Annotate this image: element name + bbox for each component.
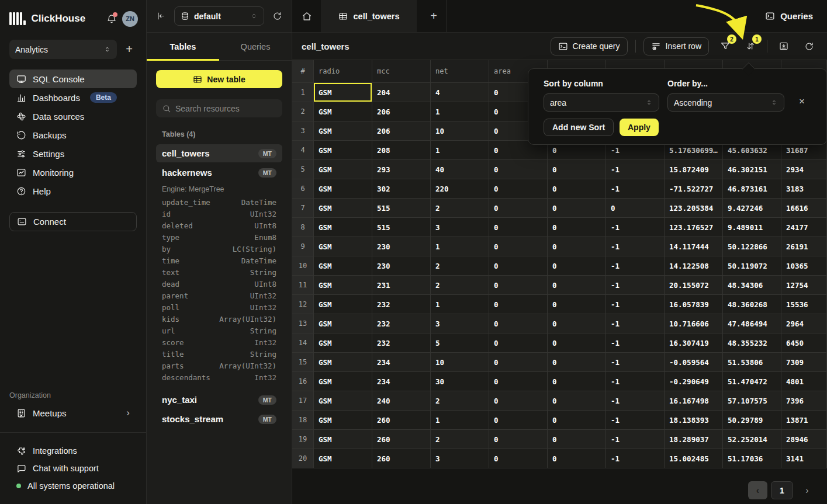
download-button[interactable] — [775, 37, 793, 55]
table-cell[interactable]: 40 — [431, 160, 489, 179]
sidebar-item-backups[interactable]: Backups — [9, 126, 137, 144]
database-select[interactable]: default — [174, 6, 264, 26]
table-cell[interactable]: GSM — [314, 237, 372, 256]
avatar[interactable]: ZN — [122, 11, 138, 27]
table-cell[interactable]: -71.522727 — [665, 179, 723, 199]
table-cell[interactable]: 50.122866 — [723, 237, 781, 256]
table-cell[interactable]: 232 — [372, 295, 431, 314]
table-cell[interactable]: -1 — [606, 411, 665, 430]
table-cell[interactable]: 0 — [548, 314, 606, 333]
refresh-icon[interactable] — [272, 11, 282, 21]
table-cell[interactable]: 0 — [548, 449, 606, 468]
apply-button[interactable]: Apply — [620, 119, 659, 136]
table-cell[interactable]: 0 — [489, 160, 548, 179]
table-cell[interactable]: 10.716606 — [665, 314, 723, 333]
table-cell[interactable]: -1 — [606, 449, 665, 468]
sidebar-item-meetups[interactable]: Meetups › — [9, 404, 137, 422]
table-cell[interactable]: 0 — [548, 430, 606, 449]
table-cell[interactable]: 51.17036 — [723, 449, 781, 468]
table-item-hackernews[interactable]: hackernewsMT — [156, 164, 282, 182]
table-cell[interactable]: 16616 — [781, 199, 827, 218]
table-cell[interactable]: 0 — [548, 353, 606, 372]
table-cell[interactable]: GSM — [314, 449, 372, 468]
table-cell[interactable]: 0 — [489, 199, 548, 218]
pagination-prev-button[interactable]: ‹ — [748, 481, 767, 499]
table-cell[interactable]: 0 — [489, 449, 548, 468]
table-cell[interactable]: 1 — [431, 411, 489, 430]
sidebar-item-data-sources[interactable]: Data sources — [9, 107, 137, 126]
table-cell[interactable]: -1 — [606, 218, 665, 237]
table-cell[interactable]: 0 — [548, 218, 606, 237]
table-cell[interactable]: 240 — [372, 391, 431, 411]
table-cell[interactable]: 9.489011 — [723, 218, 781, 237]
table-cell[interactable]: 208 — [372, 141, 431, 160]
table-cell[interactable]: 0 — [548, 295, 606, 314]
table-cell[interactable]: 0 — [489, 237, 548, 256]
new-tab-button[interactable]: + — [417, 0, 451, 32]
table-cell[interactable]: 0 — [489, 314, 548, 333]
table-cell[interactable]: -1 — [606, 430, 665, 449]
sidebar-item-monitoring[interactable]: Monitoring — [9, 163, 137, 182]
table-cell[interactable]: 51.53806 — [723, 353, 781, 372]
notifications-bell-icon[interactable] — [106, 13, 117, 24]
sidebar-item-help[interactable]: Help — [9, 182, 137, 200]
table-cell[interactable]: 220 — [431, 179, 489, 199]
table-item-cell_towers[interactable]: cell_towersMT — [156, 144, 282, 162]
table-cell[interactable]: 30 — [431, 372, 489, 391]
table-cell[interactable]: 13871 — [781, 411, 827, 430]
table-cell[interactable]: 204 — [372, 83, 431, 102]
add-workspace-button[interactable]: + — [122, 43, 137, 56]
table-cell[interactable]: 0 — [548, 199, 606, 218]
table-cell[interactable]: 2 — [431, 256, 489, 276]
table-cell[interactable]: 2 — [431, 199, 489, 218]
table-cell[interactable]: GSM — [314, 276, 372, 295]
table-cell[interactable]: 7396 — [781, 391, 827, 411]
sidebar-item-dashboards[interactable]: DashboardsBeta — [9, 88, 137, 107]
table-cell[interactable]: 0 — [489, 218, 548, 237]
filter-button[interactable]: 2 — [717, 37, 734, 55]
table-cell[interactable]: 0 — [489, 411, 548, 430]
table-cell[interactable]: 3141 — [781, 449, 827, 468]
table-cell[interactable]: 123.176527 — [665, 218, 723, 237]
table-cell[interactable]: GSM — [314, 295, 372, 314]
table-cell[interactable]: 3 — [431, 314, 489, 333]
sidebar-item-all-systems-operational[interactable]: All systems operational — [9, 477, 137, 495]
table-cell[interactable]: -1 — [606, 276, 665, 295]
column-header-mcc[interactable]: mcc — [372, 60, 431, 83]
table-cell[interactable]: 2 — [431, 430, 489, 449]
table-cell[interactable]: 0 — [489, 430, 548, 449]
sidebar-item-settings[interactable]: Settings — [9, 144, 137, 163]
table-cell[interactable]: 57.107575 — [723, 391, 781, 411]
refresh-button[interactable] — [800, 37, 818, 55]
table-cell[interactable]: 234 — [372, 372, 431, 391]
sidebar-item-integrations[interactable]: Integrations — [9, 442, 137, 460]
sort-order-select[interactable]: Ascending — [667, 93, 784, 112]
table-cell[interactable]: 28946 — [781, 430, 827, 449]
pagination-next-button[interactable]: › — [798, 481, 816, 499]
table-item-nyc_taxi[interactable]: nyc_taxiMT — [156, 391, 282, 409]
search-input[interactable] — [156, 99, 282, 117]
table-cell[interactable]: GSM — [314, 391, 372, 411]
table-cell[interactable]: GSM — [314, 179, 372, 199]
table-cell[interactable]: 14.122508 — [665, 256, 723, 276]
sort-column-select[interactable]: area — [544, 93, 659, 112]
table-cell[interactable]: 232 — [372, 333, 431, 353]
table-cell[interactable]: 293 — [372, 160, 431, 179]
table-cell[interactable]: 260 — [372, 449, 431, 468]
insert-row-button[interactable]: Insert row — [643, 37, 709, 55]
table-cell[interactable]: GSM — [314, 121, 372, 141]
table-cell[interactable]: 0 — [489, 256, 548, 276]
table-cell[interactable]: 2 — [431, 276, 489, 295]
table-cell[interactable]: 232 — [372, 314, 431, 333]
sort-button[interactable]: 1 — [742, 37, 759, 55]
table-cell[interactable]: 0 — [548, 333, 606, 353]
table-cell[interactable]: -1 — [606, 353, 665, 372]
table-cell[interactable]: 302 — [372, 179, 431, 199]
table-cell[interactable]: 0 — [489, 276, 548, 295]
table-cell[interactable]: 48.355232 — [723, 333, 781, 353]
add-new-sort-button[interactable]: Add new Sort — [544, 119, 614, 136]
table-cell[interactable]: 51.470472 — [723, 372, 781, 391]
table-cell[interactable]: -1 — [606, 256, 665, 276]
table-cell[interactable]: -1 — [606, 179, 665, 199]
table-cell[interactable]: GSM — [314, 83, 372, 102]
